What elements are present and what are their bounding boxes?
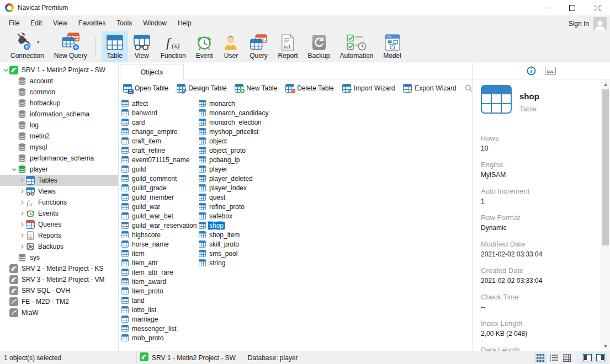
user-avatar[interactable] <box>593 17 607 30</box>
tree-item-fe-m2d-tm2[interactable]: FE - M2D - TM2 <box>0 296 118 307</box>
table-item-player-deleted[interactable]: player_deleted <box>198 174 275 183</box>
import-wizard-button[interactable]: Import Wizard <box>342 84 395 93</box>
table-item-event071115-name[interactable]: event071115_name <box>121 155 198 164</box>
table-item-item[interactable]: item <box>121 249 198 258</box>
tree-item-queries[interactable]: Queries <box>0 219 118 230</box>
table-item-player-index[interactable]: player_index <box>198 183 275 192</box>
tree-item-mysql[interactable]: mysql <box>0 142 118 153</box>
table-item-skill-proto[interactable]: skill_proto <box>198 239 275 249</box>
tree-item-miaw[interactable]: MiaW <box>0 307 118 318</box>
tree-item-log[interactable]: log <box>0 120 118 131</box>
toolbar-button-report[interactable]: Report <box>273 31 303 62</box>
table-item-monarch-candidacy[interactable]: monarch_candidacy <box>198 108 275 117</box>
table-item-item-attr[interactable]: item_attr <box>121 258 198 267</box>
table-item-monarch-election[interactable]: monarch_election <box>198 117 275 127</box>
info-tab[interactable] <box>527 66 536 76</box>
toolbar-button-automation[interactable]: Automation <box>335 31 379 62</box>
menu-item-view[interactable]: View <box>47 15 73 31</box>
tree-item-sys[interactable]: sys <box>0 252 118 263</box>
menu-item-favorites[interactable]: Favorites <box>73 15 111 31</box>
table-item-card[interactable]: card <box>121 117 198 127</box>
minimize-button[interactable] <box>534 0 559 15</box>
table-item-quest[interactable]: quest <box>198 192 275 202</box>
table-item-messenger-list[interactable]: messenger_list <box>121 324 198 333</box>
tree-item-account[interactable]: account <box>0 76 118 87</box>
table-item-highscore[interactable]: highscore <box>121 230 198 239</box>
tab-objects[interactable]: Objects <box>120 65 184 79</box>
table-item-item-award[interactable]: item_award <box>121 277 198 286</box>
toggle-left-pane-button[interactable] <box>581 352 593 363</box>
table-item-marriage[interactable]: marriage <box>121 314 198 324</box>
tree-item-information-schema[interactable]: information_schema <box>0 109 118 120</box>
table-item-lotto-list[interactable]: lotto_list <box>121 305 198 314</box>
toolbar-button-view[interactable]: View <box>128 31 156 62</box>
tree-item-srv-sql-ovh[interactable]: SRV SQL - OVH <box>0 285 118 296</box>
tree-item-performance-schema[interactable]: performance_schema <box>0 153 118 164</box>
table-item-player[interactable]: player <box>198 164 275 174</box>
table-item-safebox[interactable]: safebox <box>198 211 275 221</box>
toolbar-button-query[interactable]: Query <box>244 31 273 62</box>
toggle-right-pane-button[interactable] <box>595 352 607 363</box>
detail-view-button[interactable] <box>561 352 573 363</box>
menu-item-window[interactable]: Window <box>137 15 172 31</box>
toolbar-button-new-query[interactable]: New Query <box>49 31 92 62</box>
table-item-guild-comment[interactable]: guild_comment <box>121 174 198 183</box>
table-item-land[interactable]: land <box>121 296 198 305</box>
toolbar-button-table[interactable]: Table <box>102 31 128 62</box>
dropdown-caret-icon[interactable]: ▾ <box>37 40 39 45</box>
chevron-right-icon[interactable] <box>18 178 26 183</box>
chevron-right-icon[interactable] <box>18 189 26 194</box>
table-item-item-attr-rare[interactable]: item_attr_rare <box>121 267 198 277</box>
table-item-object-proto[interactable]: object_proto <box>198 146 275 155</box>
table-item-banword[interactable]: banword <box>121 108 198 117</box>
chevron-right-icon[interactable] <box>18 244 26 249</box>
icon-view-button[interactable] <box>534 352 547 363</box>
table-item-guild-grade[interactable]: guild_grade <box>121 183 198 192</box>
table-item-horse-name[interactable]: horse_name <box>121 239 198 249</box>
table-item-item-proto[interactable]: item_proto <box>121 286 198 296</box>
table-item-guild-war[interactable]: guild_war <box>121 202 198 211</box>
tree-item-functions[interactable]: fxFunctions <box>0 197 118 208</box>
toolbar-button-backup[interactable]: Backup <box>303 31 335 62</box>
tree-item-events[interactable]: Events <box>0 208 118 219</box>
sign-in-link[interactable]: Sign In <box>569 20 589 28</box>
tree-item-srv-2-metin2-project-ks[interactable]: SRV 2 - Metin2 Project - KS <box>0 263 118 274</box>
table-item-monarch[interactable]: monarch <box>198 99 275 108</box>
menu-item-file[interactable]: File <box>3 15 25 31</box>
table-item-shop[interactable]: shop <box>198 221 275 230</box>
table-item-shop-item[interactable]: shop_item <box>198 230 275 239</box>
tree-item-tables[interactable]: Tables <box>0 175 118 186</box>
table-item-refine-proto[interactable]: refine_proto <box>198 202 275 211</box>
tree-item-reports[interactable]: Reports <box>0 230 118 241</box>
table-item-guild-war-bet[interactable]: guild_war_bet <box>121 211 198 221</box>
menu-item-tools[interactable]: Tools <box>111 15 137 31</box>
scrollbar-thumb[interactable] <box>602 89 609 245</box>
table-item-sms-pool[interactable]: sms_pool <box>198 249 275 258</box>
details-scrollbar[interactable]: ▲ ▼ <box>601 79 610 351</box>
chevron-right-icon[interactable] <box>18 222 26 227</box>
menu-item-edit[interactable]: Edit <box>25 15 47 31</box>
toolbar-button-model[interactable]: Model <box>378 31 406 62</box>
table-item-mob-proto[interactable]: mob_proto <box>121 333 198 342</box>
toolbar-button-user[interactable]: User <box>218 31 244 62</box>
tree-item-srv-3-metin2-project-vm[interactable]: SRV 3 - Metin2 Project - VM <box>0 274 118 285</box>
open-table-button[interactable]: Open Table <box>123 84 168 93</box>
ddl-tab[interactable]: DDL <box>545 67 556 75</box>
chevron-down-icon[interactable] <box>2 68 9 73</box>
tree-item-player[interactable]: player <box>0 164 118 175</box>
table-item-object[interactable]: object <box>198 136 275 146</box>
toolbar-button-connection[interactable]: ▾Connection <box>6 31 49 62</box>
table-item-craft-item[interactable]: craft_item <box>121 136 198 146</box>
table-item-craft-refine[interactable]: craft_refine <box>121 146 198 155</box>
close-button[interactable] <box>585 0 610 15</box>
table-item-change-empire[interactable]: change_empire <box>121 127 198 136</box>
table-item-affect[interactable]: affect <box>121 99 198 108</box>
list-view-button[interactable] <box>548 352 560 363</box>
export-wizard-button[interactable]: Export Wizard <box>403 84 456 93</box>
menu-item-help[interactable]: Help <box>172 15 197 31</box>
tree-item-hotbackup[interactable]: hotbackup <box>0 98 118 109</box>
table-item-string[interactable]: string <box>198 258 275 267</box>
chevron-right-icon[interactable] <box>18 211 26 216</box>
chevron-right-icon[interactable] <box>18 233 26 238</box>
table-item-guild[interactable]: guild <box>121 164 198 174</box>
